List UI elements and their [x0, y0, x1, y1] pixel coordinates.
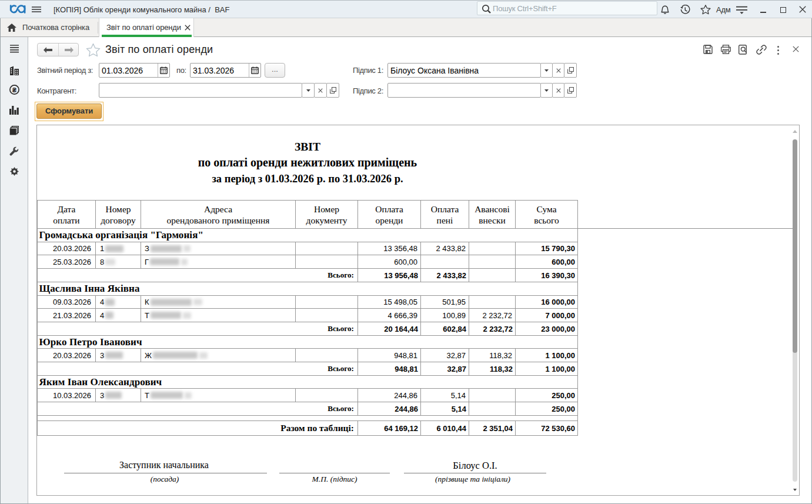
svg-text:₴: ₴ [12, 86, 16, 94]
